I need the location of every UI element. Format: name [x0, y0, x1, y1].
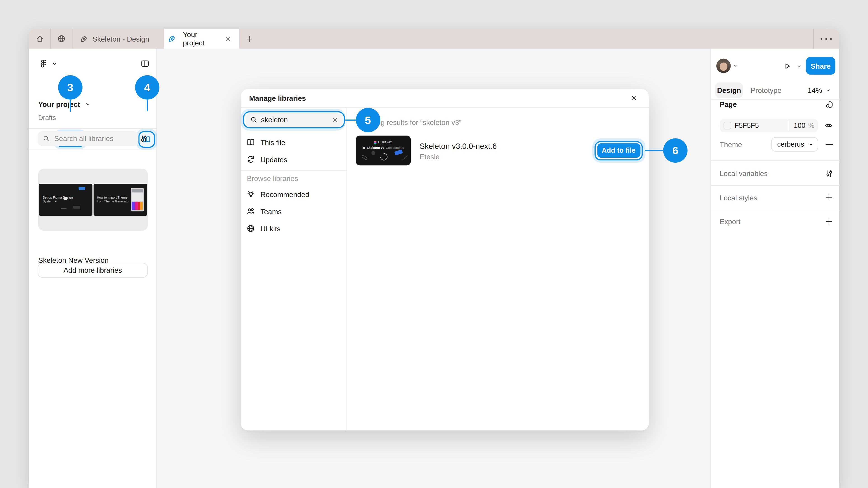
nav-divider	[241, 170, 346, 170]
add-more-libraries-button[interactable]: Add more libraries	[38, 263, 148, 278]
chevron-down-icon	[733, 64, 737, 68]
step-badge-4: 4	[135, 75, 160, 100]
avatar-chevron[interactable]	[733, 64, 737, 68]
modal-search-value: skeleton	[261, 116, 288, 124]
avatar-face	[720, 63, 727, 71]
toggle-visibility-button[interactable]	[825, 121, 833, 130]
modal-close-button[interactable]	[630, 95, 638, 102]
project-name[interactable]: Your project	[38, 98, 80, 109]
globe-icon	[246, 224, 255, 233]
nav-this-file[interactable]: This file	[246, 136, 285, 148]
clear-search-icon[interactable]	[332, 117, 338, 123]
home-button[interactable]	[35, 34, 44, 43]
search-icon	[250, 116, 257, 124]
result-author: Etesie	[420, 151, 440, 162]
nav-teams[interactable]: Teams	[246, 205, 282, 218]
adjust-icon	[825, 169, 834, 178]
nav-ui-kits[interactable]: UI kits	[246, 222, 281, 234]
zoom-level[interactable]: 14%	[808, 85, 822, 96]
mini-button	[394, 149, 403, 156]
theme-select[interactable]: cerberus	[771, 137, 818, 152]
close-tab-icon[interactable]	[225, 35, 232, 42]
add-export-button[interactable]	[825, 217, 833, 225]
library-card-preview[interactable]: Set-up Figma Design System ↗ How to impo…	[38, 169, 148, 231]
connector-6	[645, 150, 663, 151]
plus-icon	[825, 217, 833, 225]
nav-recommended[interactable]: Recommended	[246, 188, 309, 200]
divider	[711, 160, 840, 161]
modal-search-input[interactable]: skeleton	[246, 113, 343, 127]
remove-theme-button[interactable]	[825, 144, 833, 145]
search-icon	[43, 135, 50, 142]
search-libraries-input[interactable]: Search all libraries	[38, 131, 138, 146]
open-variables-button[interactable]	[825, 169, 834, 178]
chevron-down-icon	[797, 64, 802, 69]
ellipsis-icon	[820, 38, 833, 40]
divider	[29, 128, 157, 129]
result-thumbnail[interactable]: UI Kit with Skeleton v3 Components	[356, 135, 411, 165]
mini-spinner	[379, 152, 389, 162]
chevron-down-icon	[826, 88, 831, 92]
tab-prototype[interactable]: Prototype	[751, 85, 781, 96]
result-title[interactable]: Skeleton v3.0.0-next.6	[420, 140, 497, 152]
people-icon	[246, 207, 255, 216]
filter-libraries-button[interactable]	[140, 134, 148, 143]
share-button[interactable]: Share	[806, 57, 835, 74]
divider	[29, 149, 157, 149]
chevron-down-icon	[52, 61, 57, 66]
nav-updates[interactable]: Updates	[246, 153, 287, 165]
new-tab-button[interactable]	[245, 35, 254, 43]
color-alpha[interactable]: 100	[794, 120, 805, 131]
sliders-icon	[140, 134, 148, 143]
page-styles-button[interactable]	[825, 100, 834, 109]
modal-column-divider	[346, 107, 347, 430]
page-heading: Page	[720, 98, 737, 109]
project-chevron[interactable]	[85, 102, 90, 107]
minus-icon	[825, 144, 833, 145]
color-swatch[interactable]	[723, 122, 731, 129]
chevron-down-icon	[85, 102, 90, 107]
theme-label: Theme	[720, 139, 742, 150]
library-thumb-2: How to import Theme from Theme Generator…	[94, 184, 147, 216]
globe-icon	[57, 34, 66, 43]
project-location[interactable]: Drafts	[38, 112, 56, 123]
page-color-row[interactable]: F5F5F5 100 %	[720, 119, 818, 132]
tabbar-divider	[813, 29, 813, 48]
avatar[interactable]	[716, 59, 731, 73]
left-sidebar: Your project Drafts File Assets	[29, 49, 157, 488]
search-placeholder: Search all libraries	[54, 134, 114, 143]
window-menu-button[interactable]	[820, 38, 833, 40]
color-value[interactable]: F5F5F5	[735, 120, 759, 131]
local-variables-label: Local variables	[720, 168, 768, 179]
tab-design[interactable]: Design	[715, 83, 743, 98]
tabbar-divider	[51, 29, 51, 48]
browse-libraries-heading: Browse libraries	[247, 173, 298, 184]
eye-icon	[825, 121, 833, 130]
toggle-sidebar-button[interactable]	[141, 59, 149, 68]
plus-icon	[245, 35, 254, 43]
mini-skull-icon	[363, 147, 365, 149]
zoom-chevron[interactable]	[826, 88, 831, 92]
book-open-icon	[246, 138, 255, 147]
step-badge-5: 5	[355, 108, 380, 132]
panel-layout-icon	[141, 59, 149, 68]
step-badge-6: 6	[663, 138, 688, 163]
tab-skeleton-design[interactable]: Skeleton - Design	[75, 29, 149, 48]
lightbulb-icon	[246, 190, 255, 199]
connector-5	[345, 120, 356, 121]
connector-4	[147, 100, 148, 111]
main-menu-button[interactable]	[39, 59, 57, 68]
present-button[interactable]	[783, 62, 792, 70]
mini-figma-logo	[374, 141, 376, 144]
mini-pill	[361, 155, 368, 160]
refresh-icon	[246, 155, 255, 164]
community-button[interactable]	[57, 34, 66, 43]
tab-label: Skeleton - Design	[92, 35, 149, 43]
add-to-file-button[interactable]: Add to file	[597, 143, 640, 158]
add-style-button[interactable]	[825, 193, 833, 201]
tabbar-divider	[72, 29, 73, 48]
tab-your-project[interactable]: Your project	[164, 29, 239, 48]
present-options-chevron[interactable]	[797, 64, 802, 69]
mini-dot	[371, 151, 375, 155]
divider	[711, 210, 840, 210]
